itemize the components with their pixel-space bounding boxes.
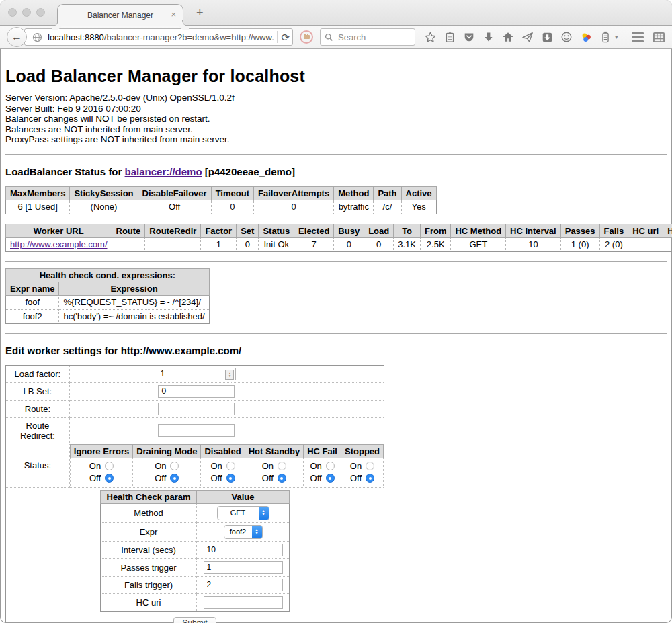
reload-button[interactable]: ⟳ [281, 32, 290, 42]
worker-table-column-header: Worker URL [6, 224, 112, 237]
edit-worker-form-table: Load factor:▴▾LB Set:Route:Route Redirec… [5, 365, 384, 623]
worker-table-cell: 2.5K [420, 237, 451, 251]
route-input[interactable] [158, 403, 235, 415]
hc-expr-table-cell: %{REQUEST_STATUS} =~ /^[234]/ [59, 295, 209, 309]
window-minimize-button[interactable] [22, 8, 31, 17]
search-box[interactable] [320, 28, 415, 46]
worker-table-cell: 1 (0) [560, 237, 599, 251]
status-on-radio[interactable] [226, 462, 235, 470]
loadbalancer-status-heading: LoadBalancer Status for balancer://demo … [5, 166, 667, 177]
server-info-line: Server Built: Feb 9 2016 07:00:20 [5, 103, 667, 114]
submit-button[interactable]: Submit [173, 617, 216, 623]
form-field-value-cell: ▴▾ [69, 365, 384, 382]
downloads-icon[interactable] [482, 30, 495, 44]
balancer-table-cell: 0 [211, 200, 253, 214]
status-on-radio[interactable] [366, 462, 374, 470]
select-stepper-icon: ▴▾ [252, 526, 262, 538]
status-heading-suffix: [p4420eeae_demo] [202, 166, 295, 177]
balancer-table-cell: 0 [253, 200, 333, 214]
worker-table-column-header: To [394, 224, 421, 237]
number-stepper[interactable]: ▴▾ [225, 370, 234, 380]
expr-select[interactable]: foof2▴▾ [224, 525, 263, 539]
url-bar[interactable]: localhost:8880/balancer-manager?b=demo&w… [24, 28, 293, 46]
worker-table-cell [628, 237, 663, 251]
color-dots-extension-icon[interactable] [579, 30, 593, 44]
balancer-table-column-header: DisableFailover [138, 186, 211, 200]
status-radio-option: Off [204, 472, 241, 485]
status-radio-option: On [136, 460, 198, 472]
page-title: Load Balancer Manager for localhost [5, 67, 667, 86]
window-close-button[interactable] [8, 8, 17, 17]
radio-label: Off [210, 473, 222, 483]
status-off-radio[interactable] [366, 474, 374, 483]
hc-expr-table-cell: foof [6, 295, 59, 309]
fails-trigger-input[interactable] [204, 579, 283, 591]
hc-param-label: Fails trigger) [101, 576, 197, 593]
status-off-radio[interactable] [226, 474, 235, 483]
lb-set-input[interactable] [158, 385, 235, 398]
balancer-table-column-header: MaxMembers [6, 186, 70, 200]
status-off-radio[interactable] [170, 474, 179, 483]
grid-extension-icon[interactable] [652, 30, 665, 44]
status-label: Status: [6, 444, 70, 487]
new-tab-button[interactable]: + [196, 6, 204, 20]
balancer-table-cell: bytraffic [334, 200, 374, 214]
radio-label: On [155, 461, 166, 471]
chevron-down-icon[interactable]: ▾ [615, 34, 618, 40]
status-off-radio[interactable] [105, 474, 114, 483]
status-radio-option: On [344, 460, 380, 472]
back-button[interactable]: ← [7, 27, 27, 47]
balancer-table-cell: (None) [70, 200, 138, 214]
menu-hamburger-icon[interactable] [632, 32, 644, 42]
balancer-table-cell: Yes [401, 200, 436, 214]
status-on-radio[interactable] [278, 462, 286, 470]
hc-expr-table-row: foof2hc('body') =~ /domain is establishe… [6, 309, 210, 323]
status-radio-option: On [204, 460, 241, 472]
passes-trigger-input[interactable] [204, 561, 283, 574]
balancer-table-column-header: Timeout [211, 186, 253, 200]
window-zoom-button[interactable] [36, 8, 45, 17]
status-on-radio[interactable] [105, 462, 114, 470]
hc-expr-table-column-header: Expr name [6, 282, 59, 295]
status-on-radio[interactable] [326, 462, 335, 470]
balancer-demo-link[interactable]: balancer://demo [125, 166, 202, 177]
form-field-value-cell [69, 417, 384, 444]
load-factor-input[interactable] [157, 368, 236, 380]
url-text[interactable]: localhost:8880/balancer-manager?b=demo&w… [48, 32, 274, 42]
worker-url-link[interactable]: http://www.example.com/ [10, 239, 108, 249]
route-redirect-input[interactable] [158, 424, 235, 437]
urlbar-divider [277, 31, 278, 43]
globe-icon [30, 30, 44, 44]
feedback-smiley-icon[interactable] [560, 30, 573, 44]
hc-uri-input[interactable] [204, 596, 283, 609]
pocket-icon[interactable] [462, 30, 476, 44]
select-value: foof2 [224, 526, 252, 538]
battery-extension-icon[interactable] [599, 30, 612, 44]
status-column-header: HC Fail [304, 444, 341, 458]
toolbar-icons: ▾ [423, 30, 618, 44]
submit-row: Submit [6, 614, 384, 623]
worker-table-cell [112, 237, 145, 251]
method-select[interactable]: GET▴▾ [217, 506, 269, 520]
tab-close-icon[interactable]: × [171, 9, 176, 19]
radio-label: On [89, 461, 101, 471]
hc-expr-table-header-row: Expr nameExpression [6, 282, 210, 295]
reading-list-icon[interactable] [443, 30, 456, 44]
worker-table-column-header: Passes [560, 224, 599, 237]
tab-balancer-manager[interactable]: Balancer Manager × [57, 4, 183, 26]
radio-label: Off [155, 473, 166, 483]
status-off-radio[interactable] [278, 474, 286, 483]
bookmark-star-icon[interactable] [423, 30, 437, 44]
plugin-blocked-icon[interactable] [300, 30, 313, 44]
home-icon[interactable] [501, 30, 515, 44]
save-page-icon[interactable] [540, 30, 554, 44]
interval-secs-input[interactable] [204, 544, 283, 556]
status-on-radio[interactable] [170, 462, 179, 470]
search-input[interactable] [337, 32, 407, 43]
status-off-radio[interactable] [326, 474, 335, 483]
worker-table-cell: Init Ok [259, 237, 294, 251]
health-check-expressions-table: Health check cond. expressions:Expr name… [5, 268, 210, 324]
status-column-header: Stopped [341, 444, 384, 458]
hc-expr-table-column-header: Expression [59, 282, 209, 295]
send-icon[interactable] [521, 30, 534, 44]
